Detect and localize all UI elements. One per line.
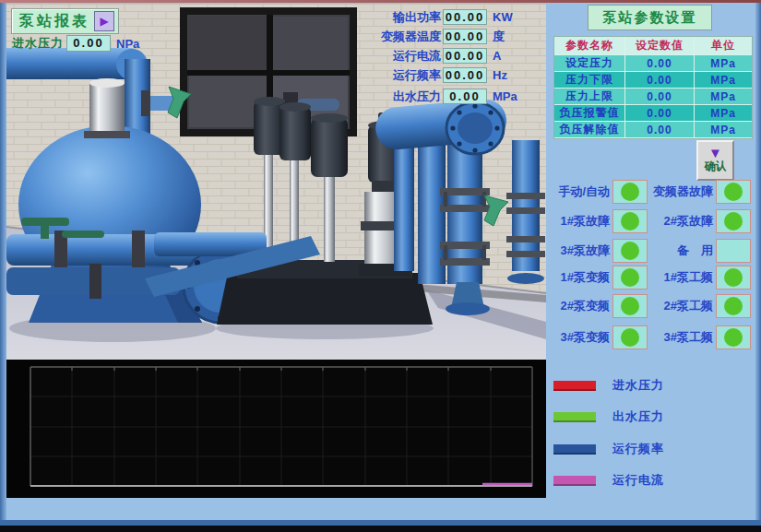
readout-value: 00.00 <box>443 48 487 64</box>
indicator-dot <box>724 328 743 347</box>
param-header-cell: 设定数值 <box>625 37 695 54</box>
status-indicator <box>716 239 751 263</box>
legend-label: 运行频率 <box>612 441 664 457</box>
status-row: 2#泵变频2#泵工频 <box>549 293 751 318</box>
readout-row: 输出功率00.00KW <box>362 9 546 25</box>
readout-value: 00.00 <box>443 67 487 83</box>
status-label: 1#泵工频 <box>648 269 713 286</box>
param-setpoint-cell[interactable]: 0.00 <box>625 105 695 121</box>
legend-color-bar <box>553 412 596 422</box>
indicator-dot <box>621 212 639 231</box>
status-label: 2#泵工频 <box>648 298 713 314</box>
param-setpoint-cell[interactable]: 0.00 <box>625 122 695 137</box>
readouts-block: 输出功率00.00KW变频器温度00.00度运行电流00.00A运行频率00.0… <box>362 9 546 87</box>
indicator-dot <box>724 183 743 201</box>
inlet-pressure-readout: 进水压力 0.00 NPa <box>12 35 139 52</box>
param-cell: MPa <box>695 89 752 104</box>
status-indicator <box>612 294 648 318</box>
status-indicator <box>612 266 648 290</box>
legend-item: 运行电流 <box>553 471 664 490</box>
param-setpoint-cell[interactable]: 0.00 <box>625 55 695 71</box>
status-label: 1#泵故障 <box>549 213 610 230</box>
param-setpoint-cell[interactable]: 0.00 <box>625 89 695 104</box>
status-indicator <box>612 180 648 204</box>
readout-value: 00.00 <box>443 29 487 44</box>
status-label: 备 用 <box>648 242 713 259</box>
indicator-dot <box>621 328 639 347</box>
frame-bottom-edge <box>0 526 761 532</box>
status-label: 3#泵变频 <box>549 329 610 346</box>
report-button-label: 泵站报表 <box>19 12 89 31</box>
param-setpoint-cell[interactable]: 0.00 <box>625 72 695 88</box>
indicator-dot <box>724 212 743 231</box>
legend-item: 运行频率 <box>553 440 664 458</box>
legend-label: 进水压力 <box>612 377 664 394</box>
status-label: 手动/自动 <box>549 183 610 200</box>
status-label: 3#泵故障 <box>549 242 610 259</box>
status-row: 3#泵故障备 用 <box>549 238 751 263</box>
readout-row: 运行电流00.00A <box>362 48 546 64</box>
outlet-pressure-label: 出水压力 <box>362 89 441 105</box>
status-indicator <box>612 239 648 263</box>
status-label: 1#泵变频 <box>549 269 610 286</box>
trend-chart <box>6 360 546 498</box>
param-cell: 负压报警值 <box>554 105 625 121</box>
status-indicator <box>716 266 751 290</box>
legend-color-bar <box>553 444 596 455</box>
readout-row: 变频器温度00.00度 <box>362 29 546 44</box>
outlet-pressure-value: 0.00 <box>443 89 487 104</box>
indicator-dot <box>621 183 639 201</box>
confirm-arrow-icon: ▼ <box>708 147 722 159</box>
outlet-pressure-unit: MPa <box>493 89 517 103</box>
status-indicator <box>716 294 751 318</box>
readout-label: 变频器温度 <box>362 29 441 45</box>
status-label: 2#泵变频 <box>549 298 610 314</box>
confirm-button-label: 确认 <box>705 159 727 174</box>
status-indicator <box>612 209 648 233</box>
readout-label: 运行频率 <box>362 67 441 84</box>
indicator-dot <box>621 297 639 315</box>
status-indicator <box>716 325 751 349</box>
param-cell: MPa <box>695 72 752 88</box>
legend-label: 出水压力 <box>612 408 664 425</box>
readout-value: 00.00 <box>443 9 487 25</box>
indicator-dot <box>724 297 743 315</box>
legend-item: 进水压力 <box>553 376 664 395</box>
param-cell: 压力下限 <box>554 72 625 88</box>
status-label: 2#泵故障 <box>648 213 713 230</box>
legend-color-bar <box>553 476 596 486</box>
param-row: 负压解除值0.00MPa <box>554 122 752 138</box>
frame-right-border <box>755 0 761 532</box>
readout-label: 运行电流 <box>362 48 441 65</box>
param-row: 压力上限0.00MPa <box>554 89 752 105</box>
param-row: 负压报警值0.00MPa <box>554 105 752 122</box>
outlet-pressure-readout: 出水压力 0.00 MPa <box>362 89 546 108</box>
report-button[interactable]: 泵站报表 ▶ <box>11 8 119 34</box>
readout-label: 输出功率 <box>362 9 441 26</box>
legend-color-bar <box>553 381 596 391</box>
status-indicator <box>716 209 751 233</box>
readout-unit: Hz <box>493 68 507 82</box>
readout-unit: 度 <box>493 29 505 45</box>
inlet-pressure-value: 0.00 <box>66 35 111 52</box>
status-label: 3#泵工频 <box>648 329 713 346</box>
play-icon[interactable]: ▶ <box>94 11 114 31</box>
legend-item: 出水压力 <box>553 408 664 426</box>
param-cell: 压力上限 <box>554 89 625 104</box>
readout-unit: KW <box>493 10 513 24</box>
readout-unit: A <box>493 49 501 63</box>
indicator-dot <box>621 268 639 287</box>
param-row: 压力下限0.00MPa <box>554 72 752 89</box>
legend-label: 运行电流 <box>612 472 664 489</box>
status-row: 3#泵变频3#泵工频 <box>549 325 751 349</box>
status-indicator <box>612 325 648 349</box>
indicator-dot <box>724 268 743 287</box>
confirm-button[interactable]: ▼ 确认 <box>696 140 734 181</box>
status-row: 1#泵故障2#泵故障 <box>549 208 751 233</box>
indicator-dot <box>621 242 639 260</box>
param-header-cell: 参数名称 <box>554 37 625 54</box>
frame-left-border <box>0 0 6 532</box>
pump-station-hmi: 泵站报表 ▶ 进水压力 0.00 NPa 输出功率00.00KW变频器温度00.… <box>0 0 761 532</box>
param-header-cell: 单位 <box>695 37 752 54</box>
readout-row: 运行频率00.00Hz <box>362 67 546 83</box>
